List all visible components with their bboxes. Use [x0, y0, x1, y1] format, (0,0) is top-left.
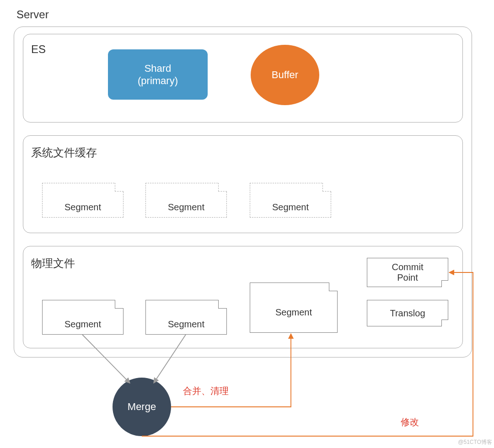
- translog-text: Translog: [367, 308, 448, 319]
- commit-point-text: Commit Point: [367, 262, 448, 283]
- phys-label: 物理文件: [31, 256, 75, 271]
- shard-primary: Shard (primary): [108, 49, 208, 100]
- phys-segment-large: Segment: [250, 283, 338, 333]
- es-label: ES: [31, 43, 46, 56]
- phys-segment: Segment: [42, 300, 124, 335]
- buffer-node: Buffer: [251, 45, 319, 105]
- shard-line2: (primary): [108, 75, 208, 87]
- cache-segment: Segment: [250, 183, 331, 218]
- merge-node: Merge: [113, 378, 171, 436]
- translog-note: Translog: [367, 300, 448, 326]
- commit-point-note: Commit Point: [367, 258, 448, 287]
- merge-arrow-label-1: 合并、清理: [183, 385, 229, 397]
- cache-segment: Segment: [42, 183, 124, 218]
- cache-label: 系统文件缓存: [31, 145, 97, 160]
- shard-line1: Shard: [108, 62, 208, 75]
- cache-segment: Segment: [145, 183, 227, 218]
- phys-segment: Segment: [145, 300, 227, 335]
- watermark: @51CTO博客: [458, 438, 492, 446]
- es-container: [23, 34, 463, 123]
- server-title: Server: [16, 8, 49, 21]
- merge-arrow-label-2: 修改: [401, 416, 419, 428]
